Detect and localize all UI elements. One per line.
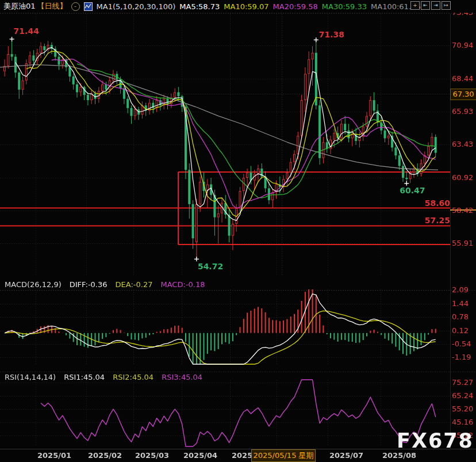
macd-axis-label: 2.09 xyxy=(452,285,469,294)
time-axis-label: 2025/04 xyxy=(183,451,217,460)
macd-header: MACD(26,12,9) DIFF:-0.36 DEA:-0.27 MACD:… xyxy=(5,280,205,289)
symbol-name[interactable]: 美原油01 xyxy=(3,1,36,12)
macd-axis-label: 0.78 xyxy=(452,312,469,321)
ma5-value: MA5:58.73 xyxy=(179,2,220,11)
price-axis-label: 70.94 xyxy=(452,41,473,49)
level-label-5725[interactable]: 57.25 xyxy=(425,216,450,225)
macd-axis-label: 0.12 xyxy=(452,326,469,335)
macd-axis-label: 1.44 xyxy=(452,299,469,308)
ma10-value: MA10:59.07 xyxy=(224,2,268,11)
ma20-value: MA20:59.58 xyxy=(273,2,318,11)
ma-settings-label[interactable]: MA1(5,10,20,30,100) xyxy=(97,2,176,11)
chart-type-icon[interactable] xyxy=(84,2,93,11)
price-axis-label: 58.42 xyxy=(452,206,473,215)
time-axis-label: 2025/01 xyxy=(37,451,71,460)
rsi-axis-label: 45.16 xyxy=(452,418,473,426)
time-axis-label: 2025/08 xyxy=(382,451,416,460)
macd-axis-label: -1.19 xyxy=(452,353,471,361)
price-axis-label: 55.91 xyxy=(452,239,473,247)
time-axis-label: 2025/02 xyxy=(88,451,122,460)
collapse-icon[interactable]: - xyxy=(71,2,80,11)
crosshair-icon[interactable]: + xyxy=(410,1,420,10)
period-label[interactable]: 【日线】 xyxy=(37,1,67,12)
ma30-value: MA30:59.33 xyxy=(322,2,367,11)
macd-axis-label: -0.54 xyxy=(452,339,471,348)
level-label-5860[interactable]: 58.60 xyxy=(425,198,450,208)
price-axis-label: 63.43 xyxy=(452,140,473,148)
time-axis-label: 2025/07 xyxy=(329,451,363,460)
price-axis-label: 60.92 xyxy=(452,173,473,182)
chart-toolbar: + ⇤ ⇥ ↦ xyxy=(410,1,451,10)
price-annotation: 54.72 xyxy=(198,262,223,271)
pan-right-icon[interactable]: ⇥ xyxy=(431,1,440,10)
macd-params[interactable]: MACD(26,12,9) xyxy=(5,280,62,289)
macd-value: MACD:-0.18 xyxy=(160,280,205,289)
rsi2-value: RSI2:45.04 xyxy=(113,373,153,381)
rsi-axis-label: 75.27 xyxy=(452,378,473,387)
fx678-watermark: FX678 xyxy=(397,429,474,452)
rsi3-value: RSI3:45.04 xyxy=(162,373,202,381)
price-axis-label: 65.93 xyxy=(452,107,473,116)
price-annotation: 71.44 xyxy=(14,26,39,36)
rsi-params[interactable]: RSI(14,14,14) xyxy=(5,373,56,381)
rsi-axis-label: 65.24 xyxy=(452,391,473,400)
rsi1-value: RSI1:45.04 xyxy=(64,373,105,381)
macd-diff-value: DIFF:-0.36 xyxy=(70,280,108,289)
macd-dea-value: DEA:-0.27 xyxy=(116,280,153,289)
price-annotation: 71.38 xyxy=(319,30,344,39)
chart-header: 美原油01 【日线】 - MA1(5,10,20,30,100) MA5:58.… xyxy=(0,0,476,13)
crosshair-price-box: 67.30 xyxy=(450,89,476,100)
price-annotation: 60.47 xyxy=(400,186,425,195)
rsi-axis-label: 55.20 xyxy=(452,404,473,413)
chart-canvas[interactable] xyxy=(0,0,476,462)
trading-app-window: 美原油01 【日线】 - MA1(5,10,20,30,100) MA5:58.… xyxy=(0,0,476,462)
rsi-header: RSI(14,14,14) RSI1:45.04 RSI2:45.04 RSI3… xyxy=(5,373,202,381)
crosshair-date-box: 2025/05/15 星期四 xyxy=(251,449,316,462)
pan-left-icon[interactable]: ⇤ xyxy=(421,1,430,10)
time-axis-label: 2025/03 xyxy=(135,451,169,460)
price-axis-label: 68.44 xyxy=(452,74,473,83)
expand-right-icon[interactable]: ↦ xyxy=(442,1,451,10)
